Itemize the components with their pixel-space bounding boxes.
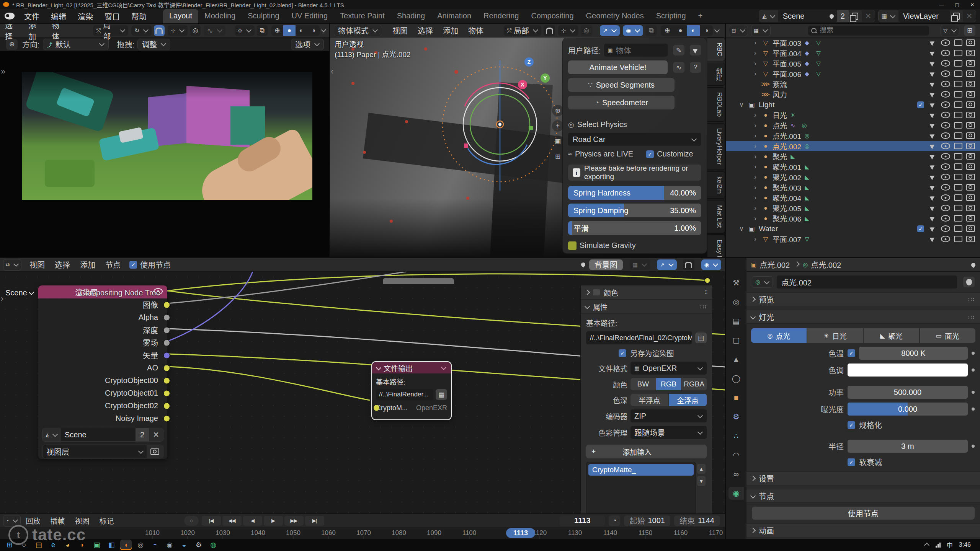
workspace-tab[interactable]: Compositing bbox=[525, 9, 580, 23]
snap-toggle-icon[interactable] bbox=[544, 25, 555, 36]
scene-name[interactable]: Scene bbox=[778, 12, 830, 21]
outliner-row[interactable]: › ● 点光 ∿ ◎ bbox=[726, 120, 980, 130]
physics-type-dropdown[interactable]: Road Car bbox=[568, 133, 701, 146]
region-collapse-chevron[interactable]: ‹ bbox=[331, 67, 333, 77]
viewport-disable-icon[interactable] bbox=[952, 205, 964, 211]
playback-button[interactable]: ▶| bbox=[305, 516, 324, 526]
hide-toggle-icon[interactable] bbox=[939, 39, 952, 46]
snap-icon[interactable] bbox=[683, 259, 694, 270]
pin-icon[interactable] bbox=[828, 13, 835, 19]
clipped-node[interactable] bbox=[383, 278, 454, 284]
outliner-row[interactable]: ∨ ▣ Water bbox=[726, 223, 980, 234]
output-socket[interactable] bbox=[163, 302, 170, 308]
playback-button[interactable]: ◀◀ bbox=[222, 516, 242, 526]
tint-color-swatch[interactable] bbox=[848, 364, 968, 377]
shading-mode-icon[interactable]: ⊕ bbox=[661, 25, 674, 36]
sidebar-tab[interactable]: LiveryHelper bbox=[707, 123, 725, 170]
node-output-socket-row[interactable]: AO bbox=[38, 362, 167, 374]
power-field[interactable]: 500.000 bbox=[848, 386, 968, 399]
viewport-disable-icon[interactable] bbox=[952, 132, 964, 139]
format-dropdown[interactable]: ▦OpenEXR bbox=[630, 362, 707, 375]
taskbar-app-icon[interactable]: ◍ bbox=[207, 540, 219, 550]
menu-item[interactable]: 视图 bbox=[24, 259, 50, 270]
workspace-tab[interactable]: Layout bbox=[163, 9, 198, 23]
menu-item[interactable]: 标记 bbox=[95, 515, 119, 526]
outliner-row[interactable]: › ● 聚光.002 ◣ bbox=[726, 172, 980, 182]
render-disable-icon[interactable] bbox=[964, 215, 977, 222]
expand-icon[interactable]: › bbox=[750, 60, 760, 67]
expand-icon[interactable]: › bbox=[750, 111, 760, 119]
object-name[interactable]: 平面.004 bbox=[773, 48, 801, 58]
node-scene-count[interactable]: 2 bbox=[136, 428, 149, 441]
snap-target-dropdown[interactable]: ⊹ bbox=[558, 25, 578, 36]
output-socket[interactable] bbox=[163, 352, 170, 359]
object-name[interactable]: 紊流 bbox=[773, 79, 787, 89]
viewport-disable-icon[interactable] bbox=[952, 163, 964, 170]
viewport-disable-icon[interactable] bbox=[952, 50, 964, 56]
expand-icon[interactable]: › bbox=[750, 163, 760, 171]
menu-item[interactable]: 插帧 bbox=[45, 515, 70, 526]
move-down-button[interactable]: ▼ bbox=[697, 476, 706, 486]
outliner-row[interactable]: › ● 聚光.003 ◣ bbox=[726, 182, 980, 192]
window-control-button[interactable]: ▢ bbox=[949, 0, 965, 9]
ime-indicator[interactable]: 中 bbox=[947, 540, 953, 549]
shading-mode-icon[interactable]: ◐ bbox=[687, 25, 700, 36]
output-socket[interactable] bbox=[163, 415, 170, 422]
menu-item[interactable]: 窗口 bbox=[99, 9, 126, 23]
render-disable-icon[interactable] bbox=[964, 91, 977, 98]
object-name[interactable]: Light bbox=[759, 101, 774, 109]
node-canvas[interactable]: › 渲染层 bbox=[0, 272, 725, 514]
falloff-dropdown[interactable]: ∿ bbox=[204, 25, 225, 36]
file-slot-item[interactable]: CryptoMatte_ bbox=[588, 464, 694, 476]
selectable-toggle-icon[interactable] bbox=[926, 112, 939, 117]
speedometer-button[interactable]: ◔Speedometer bbox=[568, 96, 675, 109]
render-disable-icon[interactable] bbox=[964, 70, 977, 77]
gizmo-dropdown[interactable]: ↗ bbox=[600, 25, 620, 36]
viewport-disable-icon[interactable] bbox=[952, 215, 964, 222]
snap-target-dropdown[interactable]: ⊹ bbox=[168, 25, 188, 36]
viewport-disable-icon[interactable] bbox=[952, 60, 964, 67]
frame-end-field[interactable]: 结束1144 bbox=[674, 515, 720, 526]
render-single-layer-icon[interactable] bbox=[147, 445, 163, 458]
viewport-disable-icon[interactable] bbox=[952, 236, 964, 242]
render-disable-icon[interactable] bbox=[964, 194, 977, 201]
scene-user-count[interactable]: 2 bbox=[837, 10, 849, 22]
expand-icon[interactable]: › bbox=[750, 194, 760, 202]
physics-slider[interactable]: 平滑 1.00% bbox=[568, 221, 701, 235]
outliner-row[interactable]: › ▽ 平面.006 ◆ ▽ bbox=[726, 68, 980, 79]
outliner-search[interactable] bbox=[808, 26, 929, 36]
editor-type-dropdown[interactable]: ⊟ bbox=[729, 25, 748, 36]
output-socket[interactable] bbox=[163, 390, 170, 396]
add-input-button[interactable]: +添加输入 bbox=[586, 445, 707, 458]
editor-type-dropdown[interactable]: ◔ bbox=[3, 515, 21, 527]
collection-checkbox[interactable] bbox=[917, 101, 924, 108]
expand-icon[interactable]: › bbox=[750, 122, 760, 129]
gizmo-dropdown[interactable]: ↗ bbox=[657, 259, 677, 270]
properties-tab-icon[interactable]: ◎ bbox=[728, 295, 744, 308]
viewport-menu[interactable]: 添加 bbox=[438, 25, 463, 36]
node-viewlayer-name[interactable]: 视图层 bbox=[42, 446, 137, 457]
viewport-disable-icon[interactable] bbox=[952, 225, 964, 232]
sidebar-tab[interactable]: RBC bbox=[707, 37, 725, 61]
node-scene-unlink[interactable]: ✕ bbox=[149, 428, 163, 441]
viewport-disable-icon[interactable] bbox=[952, 143, 964, 149]
timeline-ruler[interactable]: 1010 1020 1030 1040 1050 1060 1070 1080 … bbox=[0, 527, 725, 539]
hide-toggle-icon[interactable] bbox=[939, 163, 952, 170]
shading-mode-icon[interactable]: ◑ bbox=[700, 25, 713, 36]
pin-icon[interactable] bbox=[580, 262, 586, 268]
base-path-field[interactable]: //..\FinalRender\Final_02\CryptoMatte bbox=[586, 331, 692, 344]
taskbar-app-icon[interactable]: ◓ bbox=[149, 540, 161, 550]
selectable-toggle-icon[interactable] bbox=[926, 185, 939, 190]
scene-browse-icon[interactable]: ◭ bbox=[759, 10, 778, 22]
menu-item[interactable]: 帮助 bbox=[126, 9, 152, 23]
proportional-edit-icon[interactable]: ◎ bbox=[190, 25, 201, 36]
properties-section-header[interactable]: 属性 bbox=[581, 300, 712, 314]
menu-item[interactable]: 选择 bbox=[50, 259, 75, 270]
workspace-tab[interactable]: Rendering bbox=[477, 9, 525, 23]
folder-icon[interactable]: ▤ bbox=[695, 333, 707, 343]
properties-tab-icon[interactable]: ∞ bbox=[728, 468, 744, 481]
hide-toggle-icon[interactable] bbox=[939, 60, 952, 67]
object-name[interactable]: 聚光 bbox=[773, 151, 787, 161]
scene-unlink-button[interactable]: ✕ bbox=[862, 10, 875, 22]
shading-mode-icon[interactable]: ◑ bbox=[307, 25, 320, 36]
